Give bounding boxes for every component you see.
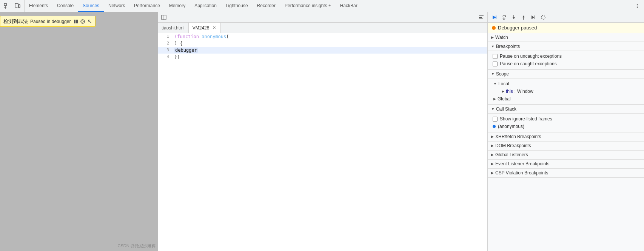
- code-line-3: 3 debugger: [158, 47, 487, 54]
- settings-icon: [80, 18, 86, 25]
- this-key: this: [506, 89, 513, 94]
- resume-button[interactable]: [490, 13, 499, 22]
- scope-triangle: ▼: [491, 72, 495, 76]
- close-tab-icon[interactable]: ✕: [211, 25, 217, 31]
- caught-checkbox[interactable]: [493, 62, 498, 66]
- colon: :: [515, 89, 516, 94]
- chinese-label: 检测到非法: [3, 18, 28, 25]
- call-stack-header[interactable]: ▼ Call Stack: [488, 105, 644, 114]
- svg-rect-19: [496, 15, 496, 19]
- event-listener-section: ▶ Event Listener Breakpoints: [488, 160, 644, 169]
- scope-this-row[interactable]: ▶ this : Window: [488, 88, 644, 95]
- tab-elements[interactable]: Elements: [25, 0, 52, 12]
- format-icon[interactable]: [477, 13, 486, 22]
- svg-point-11: [81, 20, 85, 23]
- watch-triangle: ▶: [491, 35, 494, 39]
- tab-lighthouse[interactable]: Lighthouse: [221, 0, 253, 12]
- xhr-section: ▶ XHR/fetch Breakpoints: [488, 132, 644, 142]
- global-triangle: ▶: [493, 97, 496, 101]
- svg-rect-17: [479, 18, 483, 19]
- svg-marker-18: [493, 15, 496, 19]
- csp-header[interactable]: ▶ CSP Violation Breakpoints: [488, 169, 644, 177]
- xhr-header[interactable]: ▶ XHR/fetch Breakpoints: [488, 132, 644, 141]
- breakpoints-section: ▼ Breakpoints Pause on uncaught exceptio…: [488, 42, 644, 70]
- call-stack-content: Show ignore-listed frames (anonymous): [488, 114, 644, 132]
- deactivate-breakpoints-button[interactable]: [539, 13, 548, 22]
- local-label: Local: [498, 81, 509, 86]
- watermark: CSDN @托尼沙滩裤: [118, 243, 156, 249]
- inspect-icon[interactable]: [2, 1, 12, 11]
- watch-header[interactable]: ▶ Watch: [488, 33, 644, 42]
- svg-rect-15: [479, 15, 484, 16]
- pause-icon: [73, 18, 79, 25]
- global-listeners-header[interactable]: ▶ Global Listeners: [488, 151, 644, 159]
- tab-application[interactable]: Application: [190, 0, 221, 12]
- event-listener-triangle: ▶: [491, 162, 494, 166]
- xhr-triangle: ▶: [491, 135, 494, 139]
- breakpoints-label: Breakpoints: [496, 44, 520, 49]
- tab-network[interactable]: Network: [104, 0, 129, 12]
- local-triangle: ▼: [493, 82, 497, 86]
- breakpoints-header[interactable]: ▼ Breakpoints: [488, 42, 644, 51]
- device-icon[interactable]: [12, 1, 23, 11]
- tab-memory[interactable]: Memory: [165, 0, 190, 12]
- breakpoint-caught: Pause on caught exceptions: [488, 60, 644, 68]
- file-tab-vm2428[interactable]: VM2428 ✕: [189, 23, 221, 33]
- paused-label: Paused in debugger: [30, 19, 71, 24]
- code-line-4: 4 }): [158, 54, 487, 60]
- tab-recorder[interactable]: Recorder: [253, 0, 280, 12]
- event-listener-header[interactable]: ▶ Event Listener Breakpoints: [488, 160, 644, 168]
- more-tabs-icon[interactable]: [632, 1, 642, 11]
- svg-rect-16: [479, 17, 482, 18]
- svg-rect-3: [15, 3, 18, 8]
- watch-label: Watch: [495, 35, 508, 40]
- debugger-paused-banner: Debugger paused: [488, 23, 644, 33]
- this-triangle: ▶: [502, 89, 504, 93]
- call-stack-triangle: ▼: [491, 107, 495, 111]
- sidebar-toggle-icon[interactable]: [159, 13, 168, 22]
- svg-rect-9: [74, 20, 75, 23]
- svg-point-6: [637, 4, 638, 5]
- csp-label: CSP Violation Breakpoints: [495, 170, 548, 176]
- tab-performance-insights[interactable]: Performance insights ✦: [280, 0, 336, 12]
- watch-section: ▶ Watch: [488, 33, 644, 42]
- sources-toolbar: [158, 12, 487, 23]
- dom-triangle: ▶: [491, 144, 494, 148]
- callstack-anonymous[interactable]: (anonymous): [488, 123, 644, 130]
- breakpoints-content: Pause on uncaught exceptions Pause on ca…: [488, 51, 644, 69]
- step-button[interactable]: [529, 13, 538, 22]
- svg-rect-29: [535, 15, 535, 19]
- nav-tabs: Elements Console Sources Network Perform…: [25, 0, 632, 12]
- dom-header[interactable]: ▶ DOM Breakpoints: [488, 142, 644, 150]
- devtools-navbar: Elements Console Sources Network Perform…: [0, 0, 644, 12]
- tab-hackbar[interactable]: HackBar: [336, 0, 362, 12]
- show-ignore-item: Show ignore-listed frames: [488, 115, 644, 123]
- code-editor[interactable]: 1 (function anonymous( 2 ) { 3 debugger …: [158, 33, 487, 251]
- svg-marker-28: [532, 15, 534, 19]
- show-ignore-checkbox[interactable]: [493, 117, 498, 122]
- page-content: 检测到非法 Paused in debugger ↖ CSDN @托尼沙滩裤: [0, 12, 158, 251]
- paused-label: Debugger paused: [498, 25, 537, 31]
- tab-console[interactable]: Console: [52, 0, 78, 12]
- tab-performance[interactable]: Performance: [129, 0, 165, 12]
- scope-label: Scope: [496, 71, 509, 77]
- file-tab-tiaoshi[interactable]: tiaoshi.html: [158, 23, 189, 33]
- scope-local-header[interactable]: ▼ Local: [488, 80, 644, 88]
- code-line-1: 1 (function anonymous(: [158, 33, 487, 40]
- scope-header[interactable]: ▼ Scope: [488, 70, 644, 79]
- svg-point-30: [541, 15, 545, 19]
- code-lines: 1 (function anonymous( 2 ) { 3 debugger …: [158, 33, 487, 60]
- step-out-button[interactable]: [519, 13, 528, 22]
- step-over-button[interactable]: [499, 13, 508, 22]
- sources-panel: tiaoshi.html VM2428 ✕ 1 (function anonym…: [158, 12, 488, 251]
- uncaught-checkbox[interactable]: [493, 54, 498, 59]
- global-label: Global: [498, 96, 511, 102]
- dom-label: DOM Breakpoints: [495, 143, 531, 148]
- this-val: Window: [517, 89, 533, 94]
- debugger-panel: Debugger paused ▶ Watch ▼ Breakpoints Pa…: [488, 12, 644, 251]
- xhr-label: XHR/fetch Breakpoints: [495, 134, 541, 139]
- tab-sources[interactable]: Sources: [78, 0, 104, 12]
- caught-label: Pause on caught exceptions: [500, 61, 557, 66]
- step-into-button[interactable]: [509, 13, 518, 22]
- scope-global-header[interactable]: ▶ Global: [488, 95, 644, 103]
